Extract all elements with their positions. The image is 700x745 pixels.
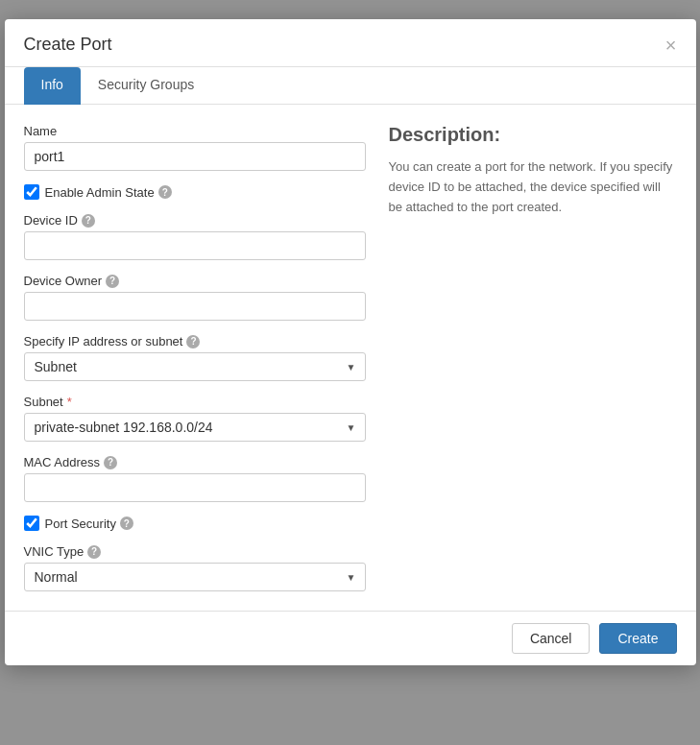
- name-input[interactable]: [24, 142, 366, 171]
- specify-ip-label: Specify IP address or subnet ?: [24, 334, 366, 348]
- enable-admin-state-group: Enable Admin State ?: [24, 184, 366, 200]
- modal-title: Create Port: [24, 35, 112, 55]
- description-column: Description: You can create a port for t…: [389, 124, 677, 591]
- subnet-group: Subnet * private-subnet 192.168.0.0/24: [24, 395, 366, 442]
- modal-body: Name Enable Admin State ? Device ID ?: [5, 105, 696, 611]
- name-label: Name: [24, 124, 366, 138]
- device-owner-input[interactable]: [24, 292, 366, 321]
- subnet-select[interactable]: private-subnet 192.168.0.0/24: [24, 413, 366, 442]
- device-id-group: Device ID ?: [24, 213, 366, 260]
- create-port-modal: Create Port × Info Security Groups Name: [5, 19, 696, 665]
- enable-admin-state-label[interactable]: Enable Admin State ?: [45, 185, 172, 200]
- enable-admin-state-help-icon: ?: [158, 185, 172, 199]
- device-owner-group: Device Owner ?: [24, 274, 366, 321]
- specify-ip-help-icon: ?: [186, 335, 200, 348]
- vnic-type-select-wrapper: Normal Direct Macvtap Baremetal Direct P…: [24, 563, 366, 591]
- create-button[interactable]: Create: [599, 623, 676, 654]
- device-id-label: Device ID ?: [24, 213, 366, 228]
- subnet-label: Subnet *: [24, 395, 366, 409]
- form-column: Name Enable Admin State ? Device ID ?: [24, 124, 366, 591]
- vnic-type-group: VNIC Type ? Normal Direct Macvtap Bareme…: [24, 544, 366, 591]
- subnet-required-marker: *: [67, 395, 72, 409]
- mac-address-group: MAC Address ?: [24, 455, 366, 502]
- description-text: You can create a port for the network. I…: [389, 157, 677, 217]
- specify-ip-group: Specify IP address or subnet ? Subnet Fi…: [24, 334, 366, 381]
- tab-info[interactable]: Info: [24, 67, 81, 105]
- tab-security-groups[interactable]: Security Groups: [81, 67, 211, 105]
- modal-footer: Cancel Create: [5, 611, 696, 665]
- description-title: Description:: [389, 124, 677, 146]
- specify-ip-select[interactable]: Subnet Fixed IP Address Unspecified: [24, 352, 366, 381]
- device-id-help-icon: ?: [82, 214, 95, 228]
- device-owner-label: Device Owner ?: [24, 274, 366, 288]
- port-security-group: Port Security ?: [24, 516, 366, 531]
- mac-address-label: MAC Address ?: [24, 455, 366, 469]
- close-button[interactable]: ×: [665, 36, 677, 55]
- device-owner-help-icon: ?: [106, 275, 119, 288]
- specify-ip-select-wrapper: Subnet Fixed IP Address Unspecified: [24, 352, 366, 381]
- vnic-type-select[interactable]: Normal Direct Macvtap Baremetal Direct P…: [24, 563, 366, 591]
- port-security-help-icon: ?: [120, 517, 133, 530]
- vnic-type-help-icon: ?: [87, 545, 101, 559]
- mac-address-help-icon: ?: [104, 456, 117, 469]
- modal-tabs: Info Security Groups: [5, 67, 696, 105]
- mac-address-input[interactable]: [24, 473, 366, 502]
- cancel-button[interactable]: Cancel: [512, 623, 591, 654]
- port-security-label[interactable]: Port Security ?: [45, 517, 133, 531]
- device-id-input[interactable]: [24, 231, 366, 260]
- modal-header: Create Port ×: [5, 19, 696, 67]
- modal-backdrop: Create Port × Info Security Groups Name: [0, 0, 700, 745]
- vnic-type-label: VNIC Type ?: [24, 544, 366, 559]
- name-group: Name: [24, 124, 366, 171]
- subnet-select-wrapper: private-subnet 192.168.0.0/24: [24, 413, 366, 442]
- enable-admin-state-checkbox[interactable]: [24, 184, 39, 200]
- port-security-checkbox[interactable]: [24, 516, 39, 531]
